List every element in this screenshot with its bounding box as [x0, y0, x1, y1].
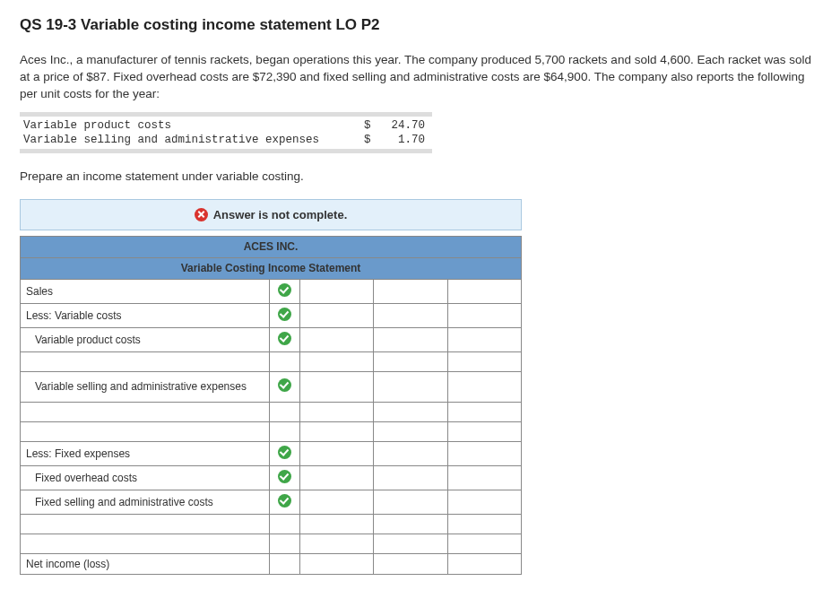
row-label[interactable]: [21, 514, 270, 534]
amount-cell[interactable]: [300, 514, 374, 534]
amount-cell[interactable]: [374, 371, 447, 402]
amount-cell[interactable]: [374, 351, 447, 371]
problem-intro: Aces Inc., a manufacturer of tennis rack…: [20, 52, 820, 103]
status-text: Answer is not complete.: [213, 208, 348, 221]
check-icon: [278, 332, 291, 345]
amount-cell[interactable]: [447, 421, 521, 441]
unit-cost-label: Variable selling and administrative expe…: [23, 134, 364, 146]
amount-cell[interactable]: [447, 279, 521, 303]
check-cell: [270, 279, 300, 303]
check-icon: [278, 446, 291, 459]
row-label[interactable]: [21, 534, 270, 553]
amount-cell[interactable]: [447, 553, 521, 574]
row-label[interactable]: [21, 421, 270, 441]
row-label[interactable]: Sales: [21, 279, 270, 303]
row-label[interactable]: Less: Variable costs: [21, 303, 270, 327]
row-label[interactable]: Fixed overhead costs: [21, 465, 270, 490]
check-cell: [270, 490, 300, 514]
amount-cell[interactable]: [374, 441, 447, 465]
status-banner: Answer is not complete.: [20, 199, 522, 230]
amount-cell[interactable]: [374, 303, 447, 327]
amount-cell[interactable]: [374, 514, 447, 534]
table-row: Sales: [21, 279, 522, 303]
company-header: ACES INC.: [21, 236, 522, 257]
amount-cell[interactable]: [374, 490, 447, 514]
amount-cell[interactable]: [300, 490, 374, 514]
table-row: Variable product costs: [21, 327, 522, 351]
amount-cell[interactable]: [447, 371, 521, 402]
check-icon: [278, 470, 291, 483]
table-row: Net income (loss): [21, 553, 522, 574]
amount-cell[interactable]: [447, 441, 521, 465]
amount-cell[interactable]: [374, 553, 447, 574]
amount-cell[interactable]: [374, 465, 447, 490]
income-statement-table: ACES INC. Variable Costing Income Statem…: [20, 236, 522, 575]
amount-cell[interactable]: [447, 351, 521, 371]
amount-cell[interactable]: [300, 441, 374, 465]
table-row: [21, 351, 522, 371]
unit-cost-label: Variable product costs: [23, 119, 364, 132]
table-row: Fixed selling and administrative costs: [21, 490, 522, 514]
divider: [20, 149, 432, 153]
check-cell: [270, 553, 300, 574]
amount-cell[interactable]: [300, 553, 374, 574]
amount-cell[interactable]: [447, 490, 521, 514]
amount-cell[interactable]: [374, 421, 447, 441]
amount-cell[interactable]: [300, 351, 374, 371]
check-cell: [270, 441, 300, 465]
check-cell: [270, 402, 300, 421]
check-cell: [270, 514, 300, 534]
amount-cell[interactable]: [374, 534, 447, 553]
amount-cell[interactable]: [300, 303, 374, 327]
row-label[interactable]: Fixed selling and administrative costs: [21, 490, 270, 514]
currency-symbol: $: [364, 134, 377, 146]
table-row: [21, 402, 522, 421]
row-label[interactable]: [21, 351, 270, 371]
amount-cell[interactable]: [300, 327, 374, 351]
amount-cell[interactable]: [447, 303, 521, 327]
currency-symbol: $: [364, 119, 377, 132]
table-row: Variable selling and administrative expe…: [21, 371, 522, 402]
check-icon: [278, 283, 291, 297]
unit-cost-value: 1.70: [377, 134, 425, 146]
check-icon: [278, 494, 291, 508]
error-icon: [195, 208, 208, 221]
row-label[interactable]: [21, 402, 270, 421]
row-label[interactable]: Variable selling and administrative expe…: [21, 371, 270, 402]
instruction: Prepare an income statement under variab…: [20, 169, 820, 183]
amount-cell[interactable]: [300, 279, 374, 303]
amount-cell[interactable]: [300, 534, 374, 553]
amount-cell[interactable]: [447, 465, 521, 490]
row-label[interactable]: Less: Fixed expenses: [21, 441, 270, 465]
check-cell: [270, 371, 300, 402]
row-label[interactable]: Net income (loss): [21, 553, 270, 574]
unit-cost-panel: Variable product costs $ 24.70 Variable …: [20, 112, 820, 153]
table-row: Fixed overhead costs: [21, 465, 522, 490]
amount-cell[interactable]: [374, 402, 447, 421]
amount-cell[interactable]: [300, 371, 374, 402]
amount-cell[interactable]: [300, 465, 374, 490]
amount-cell[interactable]: [374, 327, 447, 351]
unit-cost-row: Variable product costs $ 24.70: [20, 118, 820, 133]
amount-cell[interactable]: [447, 402, 521, 421]
statement-header: Variable Costing Income Statement: [21, 257, 522, 279]
check-cell: [270, 465, 300, 490]
amount-cell[interactable]: [447, 327, 521, 351]
check-cell: [270, 327, 300, 351]
amount-cell[interactable]: [374, 279, 447, 303]
table-row: [21, 534, 522, 553]
row-label[interactable]: Variable product costs: [21, 327, 270, 351]
check-cell: [270, 534, 300, 553]
check-icon: [278, 308, 291, 321]
amount-cell[interactable]: [300, 421, 374, 441]
check-cell: [270, 303, 300, 327]
table-row: [21, 514, 522, 534]
amount-cell[interactable]: [447, 514, 521, 534]
amount-cell[interactable]: [300, 402, 374, 421]
unit-cost-value: 24.70: [377, 119, 425, 132]
amount-cell[interactable]: [447, 534, 521, 553]
table-row: [21, 421, 522, 441]
check-cell: [270, 421, 300, 441]
table-row: Less: Variable costs: [21, 303, 522, 327]
divider: [20, 112, 432, 117]
